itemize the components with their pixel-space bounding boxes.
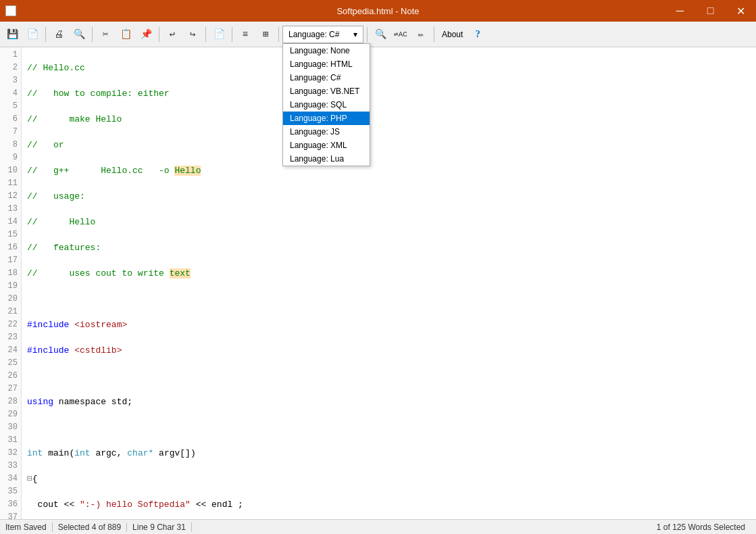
title-bar: Softpedia.html - Note ─ □ ✕ xyxy=(0,0,756,22)
lang-xml[interactable]: Language: XML xyxy=(283,139,370,152)
line-2: // how to compile: either xyxy=(27,87,751,100)
search-button[interactable]: 🔍 xyxy=(371,25,390,44)
line-num-26: 26 xyxy=(0,370,21,383)
line-num-29: 29 xyxy=(0,408,21,421)
print-button[interactable]: 🖨 xyxy=(49,25,68,44)
line-num-19: 19 xyxy=(0,280,21,293)
line-num-7: 7 xyxy=(0,126,21,139)
lang-none[interactable]: Language: None xyxy=(283,44,370,57)
about-label: About xyxy=(442,30,463,39)
status-left: Item Saved Selected 4 of 889 Line 9 Char… xyxy=(5,523,192,532)
line-num-23: 23 xyxy=(0,331,21,344)
minimize-button[interactable]: ─ xyxy=(665,0,695,22)
line-num-13: 13 xyxy=(0,203,21,216)
toolbar: 💾 📄 🖨 🔍 ✂ 📋 📌 ↩ ↪ 📄 ≡ ⊞ Language: C# ▾ L… xyxy=(0,22,756,47)
status-bar: Item Saved Selected 4 of 889 Line 9 Char… xyxy=(0,519,756,534)
line-num-32: 32 xyxy=(0,447,21,460)
redo-button[interactable]: ↪ xyxy=(183,25,202,44)
lang-sql[interactable]: Language: SQL xyxy=(283,98,370,112)
line-num-3: 3 xyxy=(0,74,21,87)
lang-csharp[interactable]: Language: C# xyxy=(283,71,370,84)
sep5 xyxy=(232,27,232,42)
line-7: // Hello xyxy=(27,216,751,228)
line-num-33: 33 xyxy=(0,460,21,472)
line-12: #include <cstdlib> xyxy=(27,344,751,357)
line-num-34: 34 xyxy=(0,472,21,485)
editor-container: 1 2 3 4 5 6 7 8 9 10 11 12 13 14 15 16 1… xyxy=(0,47,756,519)
paste-special-button[interactable]: 📄 xyxy=(209,25,228,44)
list2-button[interactable]: ⊞ xyxy=(256,25,275,44)
line-num-25: 25 xyxy=(0,357,21,370)
lang-js[interactable]: Language: JS xyxy=(283,125,370,139)
line-15 xyxy=(27,421,751,434)
line-num-1: 1 xyxy=(0,49,21,62)
status-selected: Selected 4 of 889 xyxy=(53,523,127,532)
copy-button[interactable]: 📋 xyxy=(116,25,135,44)
save-button[interactable]: 💾 xyxy=(3,25,22,44)
line-num-36: 36 xyxy=(0,498,21,511)
line-num-6: 6 xyxy=(0,113,21,126)
lang-vbnet[interactable]: Language: VB.NET xyxy=(283,84,370,98)
line-num-17: 17 xyxy=(0,254,21,267)
line-numbers: 1 2 3 4 5 6 7 8 9 10 11 12 13 14 15 16 1… xyxy=(0,47,22,519)
status-saved: Item Saved xyxy=(5,523,53,532)
line-num-14: 14 xyxy=(0,216,21,228)
line-10 xyxy=(27,293,751,306)
language-select-button[interactable]: Language: C# ▾ xyxy=(282,26,363,43)
line-num-28: 28 xyxy=(0,395,21,408)
help-button[interactable]: ? xyxy=(468,25,487,44)
lang-html[interactable]: Language: HTML xyxy=(283,57,370,71)
pen-button[interactable]: ✏ xyxy=(411,25,430,44)
code-editor[interactable]: // Hello.cc // how to compile: either //… xyxy=(22,47,756,519)
sep3 xyxy=(159,27,159,42)
line-num-37: 37 xyxy=(0,511,21,519)
list-button[interactable]: ≡ xyxy=(236,25,255,44)
lang-php[interactable]: Language: PHP xyxy=(283,112,370,125)
replace-button[interactable]: ⇌AC xyxy=(391,25,410,44)
sep7 xyxy=(367,27,368,42)
line-5: // g++ Hello.cc -o Hello xyxy=(27,164,751,177)
maximize-button[interactable]: □ xyxy=(695,0,726,22)
line-num-10: 10 xyxy=(0,164,21,177)
paste-button[interactable]: 📌 xyxy=(136,25,155,44)
line-num-21: 21 xyxy=(0,306,21,318)
line-num-22: 22 xyxy=(0,318,21,331)
line-num-4: 4 xyxy=(0,87,21,100)
line-8: // features: xyxy=(27,241,751,254)
line-num-31: 31 xyxy=(0,434,21,447)
line-num-5: 5 xyxy=(0,100,21,113)
language-dropdown[interactable]: Language: C# ▾ Language: None Language: … xyxy=(282,26,363,43)
line-1: // Hello.cc xyxy=(27,62,751,74)
line-num-30: 30 xyxy=(0,421,21,434)
line-num-20: 20 xyxy=(0,293,21,306)
language-menu: Language: None Language: HTML Language: … xyxy=(282,43,370,166)
undo-button[interactable]: ↩ xyxy=(163,25,182,44)
language-current-label: Language: C# xyxy=(288,30,339,39)
about-button[interactable]: About xyxy=(438,28,467,41)
sep2 xyxy=(92,27,93,42)
window-controls: ─ □ ✕ xyxy=(665,0,756,22)
line-num-9: 9 xyxy=(0,151,21,164)
line-num-15: 15 xyxy=(0,228,21,241)
line-16: int main(int argc, char* argv[]) xyxy=(27,447,751,460)
status-words: 1 of 125 Words Selected xyxy=(651,523,751,532)
lang-lua[interactable]: Language: Lua xyxy=(283,152,370,166)
sep4 xyxy=(205,27,206,42)
status-position: Line 9 Char 31 xyxy=(127,523,192,532)
sep6 xyxy=(278,27,279,42)
close-button[interactable]: ✕ xyxy=(726,0,756,22)
cut-button[interactable]: ✂ xyxy=(96,25,115,44)
line-num-8: 8 xyxy=(0,139,21,151)
line-11: #include <iostream> xyxy=(27,318,751,331)
line-num-24: 24 xyxy=(0,344,21,357)
line-18: cout << ":-) hello Softpedia" << endl ; xyxy=(27,498,751,511)
line-num-2: 2 xyxy=(0,62,21,74)
line-13 xyxy=(27,370,751,383)
print-preview-button[interactable]: 🔍 xyxy=(70,25,89,44)
line-17: ⊟{ xyxy=(27,472,751,485)
sep8 xyxy=(434,27,434,42)
line-num-11: 11 xyxy=(0,177,21,190)
dropdown-arrow-icon: ▾ xyxy=(353,30,357,39)
save-as-button[interactable]: 📄 xyxy=(23,25,42,44)
line-9: // uses cout to write text xyxy=(27,267,751,280)
